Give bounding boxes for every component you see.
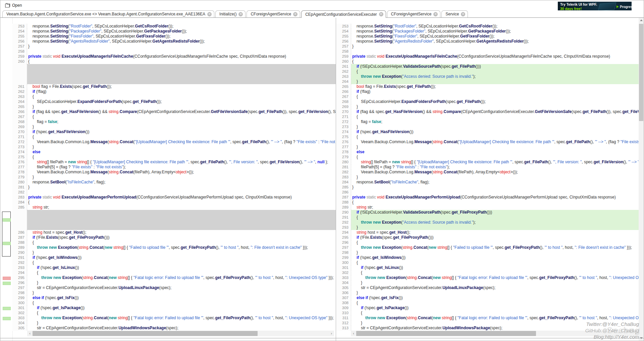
scrollbar-thumb[interactable] [33, 331, 258, 336]
code-line[interactable]: 272Veeam.Backup.Common.Log.Message(strin… [12, 139, 336, 145]
code-line[interactable]: 256response.SetString("AgentsRedistsFold… [336, 39, 644, 44]
code-line-added[interactable]: 261if (!SEpCsLocationHelper.ValidateSour… [336, 64, 644, 69]
code-line[interactable]: 274if (!spec.get_HasFileVersion()) [336, 129, 644, 134]
code-line[interactable]: 276string[] filePath = new string[] { "[… [12, 160, 336, 165]
code-line[interactable]: 288{ [336, 200, 644, 205]
code-line[interactable]: 308{ [336, 300, 644, 305]
code-line[interactable]: 303throw new Exception(string.Concat(new… [336, 275, 644, 280]
code-line[interactable]: 285string str; [12, 205, 336, 210]
code-line[interactable]: 310{ [336, 310, 644, 316]
code-line[interactable]: 294{ [12, 270, 336, 275]
code-line[interactable]: 286 [336, 190, 644, 195]
code-line[interactable]: 275{ [12, 155, 336, 160]
code-line[interactable]: 304} [12, 321, 336, 326]
code-line[interactable]: 272flag = false; [336, 119, 644, 124]
code-line[interactable]: 254response.SetString("PackagesFolder", … [12, 29, 336, 34]
code-line[interactable]: 297str = CEpAgentConfigurationServiceExe… [12, 285, 336, 290]
code-line[interactable]: 295if (!File.Exists(spec.get_FileProxyPa… [336, 235, 644, 240]
code-line[interactable]: 295throw new Exception(string.Concat(new… [12, 275, 336, 280]
scrollbar-thumb[interactable] [639, 24, 643, 121]
code-line[interactable]: 300{ [336, 260, 644, 265]
code-line[interactable]: 302{ [336, 270, 644, 275]
right-code-pane[interactable]: 253response.SetString("RootFolder", SEpC… [336, 18, 644, 341]
code-line[interactable]: 283} [336, 175, 644, 180]
code-line[interactable]: 287private static void ExecuteUploadMana… [336, 195, 644, 200]
code-line[interactable]: 307else if (!spec.get_IsFix()) [336, 295, 644, 300]
code-line[interactable]: 273} [12, 145, 336, 150]
code-line[interactable]: 276Veeam.Backup.Common.Log.Message(strin… [336, 139, 644, 145]
v-scrollbar-right[interactable] [639, 18, 644, 341]
code-line[interactable]: 312} [336, 321, 644, 326]
code-line[interactable]: 256response.SetString("AgentsRedistsFold… [12, 39, 336, 44]
scroll-left-arrow-icon[interactable]: ‹ [27, 331, 33, 336]
code-line[interactable]: 275{ [336, 134, 644, 139]
code-line[interactable]: 300{ [12, 300, 336, 305]
code-line[interactable]: 309if (!spec.get_IsPackage()) [336, 305, 644, 310]
tab-close-icon[interactable]: ✕ [293, 12, 298, 16]
code-line[interactable]: 313str = CEpAgentConfigurationServiceExe… [336, 326, 644, 331]
code-line[interactable]: 296} [12, 280, 336, 285]
code-line[interactable]: 287if (!File.Exists(spec.get_FileProxyPa… [12, 235, 336, 240]
code-line-added[interactable]: 291{ [336, 215, 644, 220]
code-line-added[interactable]: 263throw new Exception("Access denied: S… [336, 74, 644, 79]
code-line[interactable]: 269} [336, 104, 644, 109]
code-line[interactable]: 306} [336, 290, 644, 295]
code-line[interactable]: 268SEpCsLocationHelper.ExpandFoldersForP… [336, 99, 644, 104]
code-line[interactable]: 259private static void ExecuteUploadMana… [336, 54, 644, 59]
code-line[interactable]: 284{ [12, 200, 336, 205]
open-button[interactable]: Open [4, 2, 23, 9]
code-line[interactable]: 257} [12, 44, 336, 49]
h-scrollbar-left[interactable]: ‹ › [27, 331, 334, 336]
code-line[interactable]: 262if (!flag) [12, 89, 336, 94]
code-line[interactable]: 299if (!spec.get_IsWindows()) [336, 255, 644, 260]
code-line[interactable]: 280string[] filePath = new string[] { "[… [336, 160, 644, 165]
code-line[interactable]: 296{ [336, 240, 644, 245]
code-line[interactable]: 260{ [336, 59, 644, 64]
code-line[interactable]: 253response.SetString("RootFolder", SEpC… [12, 24, 336, 29]
tab-0-veeam-backup-agent-configurationservice-[interactable]: Veeam.Backup.Agent.ConfigurationService.… [2, 10, 214, 17]
code-line[interactable]: 261bool flag = File.Exists(spec.get_File… [12, 84, 336, 89]
code-line[interactable]: 279{ [336, 155, 644, 160]
code-line[interactable]: 257} [336, 44, 644, 49]
code-line[interactable]: 288{ [12, 240, 336, 245]
code-line[interactable]: 271{ [336, 114, 644, 119]
code-line[interactable]: 291if (!spec.get_IsWindows()) [12, 255, 336, 260]
code-line[interactable]: 280response.SetBool("IsFileInCache", fla… [12, 180, 336, 185]
tab-close-icon[interactable]: ✕ [379, 12, 383, 16]
code-line[interactable]: 258 [12, 49, 336, 54]
scrollbar-track[interactable] [356, 331, 633, 336]
tab-close-icon[interactable]: ✕ [433, 12, 438, 16]
code-line[interactable]: 266if (!flag) [336, 89, 644, 94]
scroll-right-arrow-icon[interactable]: › [633, 331, 638, 336]
tab-2-cforeignagentservice[interactable]: CForeignAgentService✕ [247, 10, 300, 17]
code-line[interactable]: 303throw new Exception(string.Concat(new… [12, 316, 336, 321]
scroll-left-arrow-icon[interactable]: ‹ [351, 331, 356, 336]
code-line[interactable]: 273} [336, 124, 644, 129]
code-line[interactable]: 283private static void ExecuteUploadMana… [12, 195, 336, 200]
code-line[interactable]: 305str = CEpAgentConfigurationServiceExe… [336, 285, 644, 290]
code-line[interactable]: 253response.SetString("RootFolder", SEpC… [336, 24, 644, 29]
code-line[interactable]: 284response.SetBool("IsFileInCache", fla… [336, 180, 644, 185]
tab-close-icon[interactable]: ✕ [238, 12, 243, 16]
code-line[interactable]: 301if (!spec.get_IsPackage()) [12, 305, 336, 310]
code-line[interactable]: 271{ [12, 134, 336, 139]
code-line[interactable]: 281filePath[5] = (flag ? "File exists" :… [336, 165, 644, 170]
scrollbar-thumb[interactable] [356, 331, 536, 336]
code-line[interactable]: 304} [336, 280, 644, 285]
code-line[interactable]: 255response.SetString("FixesFolder", SEp… [336, 34, 644, 39]
code-line[interactable]: 265bool flag = File.Exists(spec.get_File… [336, 84, 644, 89]
code-line[interactable]: 265} [12, 104, 336, 109]
code-line[interactable]: 268flag = false; [12, 119, 336, 124]
code-line[interactable]: 255response.SetString("FixesFolder", SEp… [12, 34, 336, 39]
code-line[interactable]: 281} [12, 185, 336, 190]
code-line[interactable]: 311throw new Exception(string.Concat(new… [336, 316, 644, 321]
h-scrollbar-right[interactable]: ‹ › [351, 331, 638, 336]
code-line[interactable]: 282 [12, 190, 336, 195]
scroll-up-arrow-icon[interactable] [639, 18, 644, 23]
code-line[interactable]: 298} [336, 250, 644, 255]
code-line[interactable]: 282Veeam.Backup.Common.Log.Message(strin… [336, 170, 644, 175]
code-line[interactable]: 298} [12, 290, 336, 295]
code-line[interactable]: 258 [336, 49, 644, 54]
code-line[interactable]: 270if (!spec.get_HasFileVersion()) [12, 129, 336, 134]
code-line[interactable]: 277} [336, 145, 644, 150]
